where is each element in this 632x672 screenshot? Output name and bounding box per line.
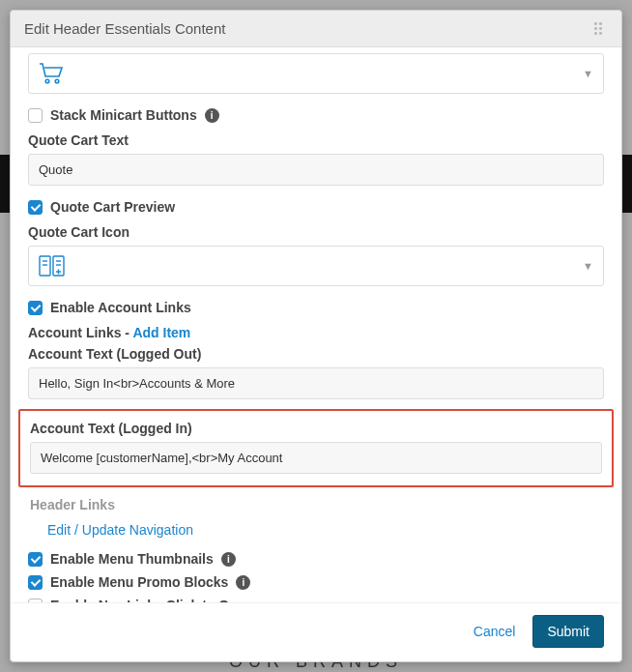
modal-body: ▼ Stack Minicart Buttons i Quote Cart Te… — [11, 47, 621, 602]
chevron-down-icon: ▼ — [583, 68, 593, 79]
enable-account-links-label: Enable Account Links — [50, 300, 191, 315]
quote-cart-preview-checkbox[interactable] — [28, 200, 43, 215]
add-item-link[interactable]: Add Item — [132, 325, 190, 340]
drag-handle-icon[interactable] — [594, 22, 608, 36]
modal-header: Edit Header Essentials Content — [11, 11, 621, 47]
enable-account-links-checkbox[interactable] — [28, 301, 43, 315]
info-icon[interactable]: i — [205, 108, 219, 123]
enable-menu-thumbs-label: Enable Menu Thumbnails — [50, 551, 214, 567]
submit-button[interactable]: Submit — [532, 615, 604, 648]
enable-nav-click-row: Enable Nav Links Click to Open — [28, 594, 604, 602]
enable-menu-promo-label: Enable Menu Promo Blocks — [50, 574, 228, 590]
account-text-logged-in-input[interactable] — [30, 442, 602, 474]
account-text-logged-in-label: Account Text (Logged In) — [30, 421, 602, 436]
stack-minicart-checkbox-row: Stack Minicart Buttons i — [28, 103, 604, 127]
quote-cart-icon-label: Quote Cart Icon — [28, 224, 604, 240]
cancel-button[interactable]: Cancel — [474, 624, 516, 639]
quote-cart-preview-row: Quote Cart Preview — [28, 195, 604, 219]
stack-minicart-label: Stack Minicart Buttons — [50, 107, 197, 123]
modal-dialog: Edit Header Essentials Content ▼ Stack M… — [10, 10, 622, 662]
account-text-logged-out-input[interactable] — [28, 367, 604, 399]
quote-cart-text-input[interactable] — [28, 154, 604, 186]
enable-menu-thumbs-row: Enable Menu Thumbnails i — [28, 547, 604, 570]
quote-icon — [39, 255, 66, 277]
enable-account-links-row: Enable Account Links — [28, 296, 604, 319]
info-icon[interactable]: i — [236, 575, 250, 590]
enable-menu-promo-row: Enable Menu Promo Blocks i — [28, 570, 604, 594]
quote-cart-text-label: Quote Cart Text — [28, 132, 604, 148]
info-icon[interactable]: i — [221, 552, 236, 567]
modal-footer: Cancel Submit — [11, 602, 621, 661]
svg-point-1 — [55, 79, 59, 83]
cart-icon — [39, 63, 64, 84]
account-links-label: Account Links - Add Item — [28, 325, 604, 340]
enable-menu-thumbs-checkbox[interactable] — [28, 552, 43, 567]
stack-minicart-checkbox[interactable] — [28, 108, 43, 123]
quote-cart-preview-label: Quote Cart Preview — [50, 199, 175, 215]
enable-menu-promo-checkbox[interactable] — [28, 575, 43, 590]
edit-navigation-link[interactable]: Edit / Update Navigation — [47, 522, 193, 538]
svg-rect-2 — [40, 256, 50, 276]
modal-title: Edit Header Essentials Content — [24, 20, 225, 37]
cart-icon-dropdown[interactable]: ▼ — [28, 53, 604, 94]
highlighted-section: Account Text (Logged In) — [18, 409, 614, 487]
account-text-logged-out-label: Account Text (Logged Out) — [28, 346, 604, 362]
quote-cart-icon-dropdown[interactable]: ▼ — [28, 246, 604, 286]
chevron-down-icon: ▼ — [583, 260, 593, 272]
header-links-label: Header Links — [30, 497, 604, 512]
svg-point-0 — [45, 79, 49, 83]
